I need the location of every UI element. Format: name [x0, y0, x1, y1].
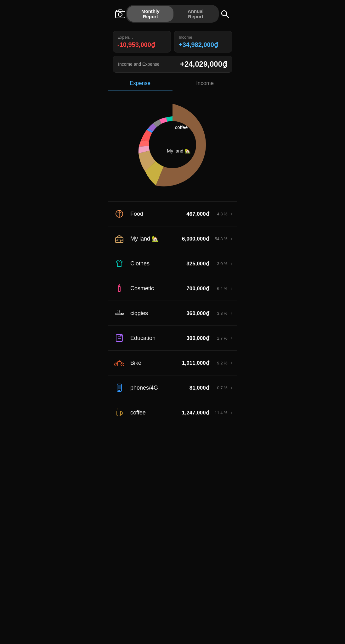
category-name-coffee: coffee — [130, 409, 182, 416]
category-item-ciggies[interactable]: ciggies 360,000₫ 3.3 % › — [108, 301, 237, 326]
net-value: +24,029,000₫ — [180, 60, 227, 69]
category-amount-ciggies: 360,000₫ — [186, 310, 209, 317]
expense-card: Expen… -10,953,000₫ — [113, 31, 171, 53]
category-name-phones: phones/4G — [130, 385, 189, 391]
category-item-clothes[interactable]: Clothes 325,000₫ 3.0 % › — [108, 251, 237, 276]
category-item-phones[interactable]: phones/4G 81,000₫ 0.7 % › — [108, 375, 237, 400]
category-chevron-ciggies: › — [231, 310, 232, 316]
svg-rect-3 — [116, 10, 117, 11]
category-name-education: Education — [130, 335, 186, 341]
svg-line-5 — [226, 15, 229, 18]
category-chevron-food: › — [231, 211, 232, 217]
summary-row: Expen… -10,953,000₫ Income +34,982,000₫ — [108, 28, 237, 56]
category-amount-clothes: 325,000₫ — [186, 260, 209, 267]
category-chevron-bike: › — [231, 360, 232, 366]
svg-rect-19 — [122, 313, 123, 314]
expense-label: Expen… — [117, 35, 166, 40]
category-amount-myland: 6,000,000₫ — [182, 236, 209, 242]
category-percent-food: 4.3 % — [212, 212, 228, 216]
app-header: Monthly Report Annual Report — [108, 0, 237, 28]
report-tab-group: Monthly Report Annual Report — [126, 5, 219, 23]
category-item-myland[interactable]: My land 🏡 6,000,000₫ 54.8 % › — [108, 226, 237, 251]
svg-rect-2 — [118, 10, 122, 11]
category-name-myland: My land 🏡 — [130, 235, 182, 242]
category-percent-phones: 0.7 % — [212, 386, 228, 390]
category-icon-phones — [113, 381, 126, 394]
search-icon[interactable] — [219, 8, 231, 20]
category-list: Food 467,000₫ 4.3 % › My land 🏡 6,000,00… — [108, 201, 237, 425]
category-amount-coffee: 1,247,000₫ — [182, 409, 209, 416]
income-view-tab[interactable]: Income — [172, 76, 237, 91]
svg-point-6 — [149, 121, 196, 168]
svg-rect-13 — [116, 239, 118, 241]
category-percent-coffee: 11.4 % — [212, 410, 228, 415]
category-name-food: Food — [130, 211, 186, 217]
category-amount-cosmetic: 700,000₫ — [186, 285, 209, 292]
income-value: +34,982,000₫ — [179, 41, 228, 48]
category-name-clothes: Clothes — [130, 260, 186, 267]
category-icon-coffee — [113, 406, 126, 419]
svg-text:My land 🏡: My land 🏡 — [167, 148, 191, 154]
svg-rect-18 — [115, 313, 122, 314]
category-percent-ciggies: 3.3 % — [212, 311, 228, 316]
category-chevron-coffee: › — [231, 410, 232, 415]
annual-report-tab[interactable]: Annual Report — [173, 6, 218, 22]
category-item-coffee[interactable]: coffee 1,247,000₫ 11.4 % › — [108, 400, 237, 425]
category-percent-myland: 54.8 % — [212, 236, 228, 241]
view-tabs: Expense Income — [108, 76, 237, 91]
category-percent-education: 2.7 % — [212, 336, 228, 341]
category-name-ciggies: ciggies — [130, 310, 186, 317]
camera-icon[interactable] — [114, 8, 126, 20]
category-icon-food — [113, 207, 126, 220]
expense-value: -10,953,000₫ — [117, 41, 166, 48]
category-item-education[interactable]: Education 300,000₫ 2.7 % › — [108, 326, 237, 351]
donut-chart: My land 🏡 coffee — [125, 97, 220, 192]
expense-view-tab[interactable]: Expense — [108, 76, 172, 91]
income-card: Income +34,982,000₫ — [174, 31, 232, 53]
category-percent-cosmetic: 6.4 % — [212, 286, 228, 291]
category-chevron-cosmetic: › — [231, 286, 232, 291]
category-amount-phones: 81,000₫ — [189, 385, 209, 391]
category-icon-cosmetic — [113, 282, 126, 295]
chart-container: My land 🏡 coffee — [108, 91, 237, 201]
category-name-cosmetic: Cosmetic — [130, 285, 186, 292]
category-icon-ciggies — [113, 307, 126, 320]
svg-rect-14 — [121, 239, 123, 241]
net-label: Income and Expense — [118, 62, 160, 67]
category-chevron-clothes: › — [231, 261, 232, 266]
svg-rect-12 — [118, 240, 121, 242]
category-item-cosmetic[interactable]: Cosmetic 700,000₫ 6.4 % › — [108, 276, 237, 301]
svg-rect-27 — [118, 385, 121, 389]
category-item-bike[interactable]: Bike 1,011,000₫ 9.2 % › — [108, 351, 237, 375]
net-card: Income and Expense +24,029,000₫ — [113, 56, 232, 73]
category-chevron-education: › — [231, 335, 232, 341]
svg-rect-15 — [118, 286, 120, 291]
category-name-bike: Bike — [130, 360, 182, 366]
category-icon-education — [113, 331, 126, 345]
category-amount-education: 300,000₫ — [186, 335, 209, 341]
category-item-food[interactable]: Food 467,000₫ 4.3 % › — [108, 202, 237, 226]
income-label: Income — [179, 35, 228, 40]
monthly-report-tab[interactable]: Monthly Report — [127, 6, 173, 22]
category-amount-bike: 1,011,000₫ — [182, 360, 209, 366]
category-icon-myland — [113, 232, 126, 245]
category-chevron-phones: › — [231, 385, 232, 391]
category-percent-clothes: 3.0 % — [212, 261, 228, 266]
category-chevron-myland: › — [231, 236, 232, 242]
svg-point-1 — [118, 13, 122, 16]
svg-text:coffee: coffee — [175, 125, 188, 130]
category-percent-bike: 9.2 % — [212, 361, 228, 365]
category-icon-clothes — [113, 257, 126, 270]
category-amount-food: 467,000₫ — [186, 211, 209, 217]
category-icon-bike — [113, 356, 126, 369]
